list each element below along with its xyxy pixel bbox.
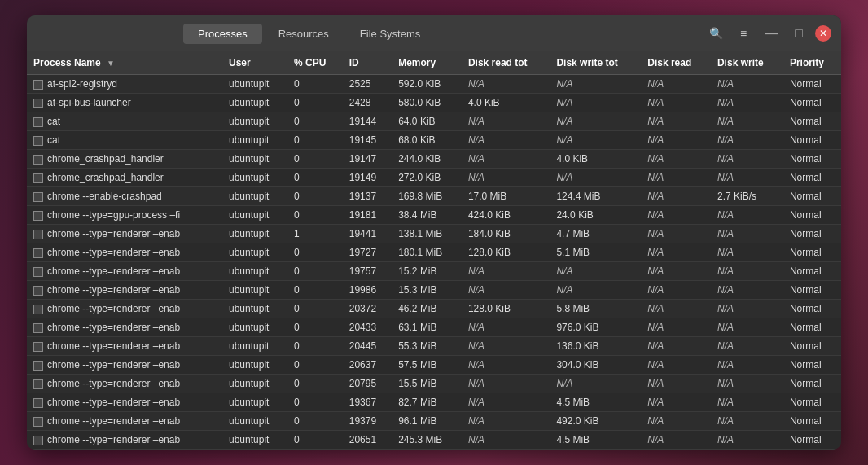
table-row[interactable]: chrome --type=renderer –enab ubuntupit 0… xyxy=(27,281,841,300)
col-header-id[interactable]: ID xyxy=(343,51,392,75)
col-header-priority[interactable]: Priority xyxy=(783,51,841,75)
cell-priority: Normal xyxy=(783,431,841,450)
process-table: Process Name ▼ User % CPU ID Memory Disk… xyxy=(27,51,841,450)
cell-disk-write-total: 4.5 MiB xyxy=(550,393,641,412)
table-row[interactable]: cat ubuntupit 0 19145 68.0 KiB N/A N/A N… xyxy=(27,131,841,150)
cell-id: 19181 xyxy=(343,206,392,225)
cell-disk-write: N/A xyxy=(711,393,783,412)
table-row[interactable]: chrome --type=renderer –enab ubuntupit 0… xyxy=(27,431,841,450)
process-checkbox[interactable] xyxy=(33,155,43,165)
table-row[interactable]: chrome --type=renderer –enab ubuntupit 0… xyxy=(27,300,841,318)
cell-disk-write-total: 24.0 KiB xyxy=(550,206,641,225)
cell-cpu: 0 xyxy=(287,300,343,318)
cell-disk-write-total: N/A xyxy=(550,262,641,281)
col-header-cpu[interactable]: % CPU xyxy=(287,51,343,75)
process-checkbox[interactable] xyxy=(33,305,43,314)
cell-memory: 245.3 MiB xyxy=(392,431,462,450)
table-row[interactable]: chrome --type=renderer –enab ubuntupit 0… xyxy=(27,393,841,412)
tab-processes[interactable]: Processes xyxy=(183,24,262,44)
process-checkbox[interactable] xyxy=(33,192,43,202)
process-checkbox[interactable] xyxy=(33,398,43,408)
table-row[interactable]: chrome --type=renderer –enab ubuntupit 0… xyxy=(27,262,841,281)
minimize-button[interactable]: — xyxy=(760,22,783,45)
cell-disk-write: N/A xyxy=(711,75,783,94)
process-checkbox[interactable] xyxy=(33,80,43,90)
col-header-disk-read-total[interactable]: Disk read tot xyxy=(462,51,550,75)
cell-memory: 592.0 KiB xyxy=(392,75,462,94)
cell-cpu: 0 xyxy=(287,131,343,150)
cell-disk-read-total: N/A xyxy=(462,431,550,450)
table-row[interactable]: chrome --type=renderer –enab ubuntupit 1… xyxy=(27,225,841,243)
process-checkbox[interactable] xyxy=(33,267,43,277)
table-row[interactable]: chrome --type=renderer –enab ubuntupit 0… xyxy=(27,243,841,262)
cell-user: ubuntupit xyxy=(222,75,287,94)
process-checkbox[interactable] xyxy=(33,211,43,221)
col-header-user[interactable]: User xyxy=(222,51,287,75)
tab-resources[interactable]: Resources xyxy=(264,24,344,44)
process-checkbox[interactable] xyxy=(33,286,43,296)
col-header-disk-read[interactable]: Disk read xyxy=(641,51,711,75)
cell-disk-write-total: N/A xyxy=(550,112,641,131)
search-icon: 🔍 xyxy=(709,27,723,40)
cell-disk-read-total: 184.0 KiB xyxy=(462,225,550,243)
col-header-disk-write-total[interactable]: Disk write tot xyxy=(550,51,641,75)
cell-name: cat xyxy=(27,112,222,131)
cell-priority: Normal xyxy=(783,412,841,431)
process-checkbox[interactable] xyxy=(33,117,43,127)
cell-disk-read: N/A xyxy=(641,262,711,281)
col-header-disk-write[interactable]: Disk write xyxy=(711,51,783,75)
process-checkbox[interactable] xyxy=(33,173,43,183)
col-header-name[interactable]: Process Name ▼ xyxy=(27,51,222,75)
process-checkbox[interactable] xyxy=(33,361,43,371)
cell-memory: 180.1 MiB xyxy=(392,243,462,262)
cell-id: 19144 xyxy=(343,112,392,131)
process-checkbox[interactable] xyxy=(33,248,43,258)
table-row[interactable]: chrome_crashpad_handler ubuntupit 0 1914… xyxy=(27,169,841,187)
table-row[interactable]: chrome --type=renderer –enab ubuntupit 0… xyxy=(27,356,841,375)
maximize-button[interactable]: □ xyxy=(787,22,810,45)
cell-name: chrome --type=renderer –enab xyxy=(27,300,222,318)
search-button[interactable]: 🔍 xyxy=(704,22,727,45)
process-checkbox[interactable] xyxy=(33,230,43,239)
process-checkbox[interactable] xyxy=(33,342,43,352)
cell-priority: Normal xyxy=(783,337,841,356)
process-checkbox[interactable] xyxy=(33,436,43,445)
cell-name: chrome --type=gpu-process –fi xyxy=(27,206,222,225)
cell-user: ubuntupit xyxy=(222,243,287,262)
table-row[interactable]: cat ubuntupit 0 19144 64.0 KiB N/A N/A N… xyxy=(27,112,841,131)
table-row[interactable]: at-spi-bus-launcher ubuntupit 0 2428 580… xyxy=(27,94,841,112)
menu-icon: ≡ xyxy=(740,27,747,40)
table-row[interactable]: chrome --type=renderer –enab ubuntupit 0… xyxy=(27,412,841,431)
tab-filesystems[interactable]: File Systems xyxy=(345,24,435,44)
cell-id: 20651 xyxy=(343,431,392,450)
close-button[interactable]: ✕ xyxy=(815,25,831,42)
cell-disk-write-total: 4.5 MiB xyxy=(550,431,641,450)
cell-id: 20445 xyxy=(343,337,392,356)
table-row[interactable]: at-spi2-registryd ubuntupit 0 2525 592.0… xyxy=(27,75,841,94)
cell-name: chrome --type=renderer –enab xyxy=(27,337,222,356)
cell-memory: 272.0 KiB xyxy=(392,169,462,187)
process-checkbox[interactable] xyxy=(33,379,43,389)
table-row[interactable]: chrome_crashpad_handler ubuntupit 0 1914… xyxy=(27,150,841,169)
table-row[interactable]: chrome --type=renderer –enab ubuntupit 0… xyxy=(27,337,841,356)
table-row[interactable]: chrome --enable-crashpad ubuntupit 0 191… xyxy=(27,187,841,206)
table-row[interactable]: chrome --type=renderer –enab ubuntupit 0… xyxy=(27,375,841,393)
table-row[interactable]: chrome --type=gpu-process –fi ubuntupit … xyxy=(27,206,841,225)
cell-name: chrome --type=renderer –enab xyxy=(27,375,222,393)
table-row[interactable]: chrome --type=renderer –enab ubuntupit 0… xyxy=(27,318,841,337)
cell-id: 20795 xyxy=(343,375,392,393)
process-checkbox[interactable] xyxy=(33,323,43,333)
process-checkbox[interactable] xyxy=(33,417,43,427)
cell-disk-read: N/A xyxy=(641,206,711,225)
process-checkbox[interactable] xyxy=(33,99,43,108)
cell-disk-read-total: 4.0 KiB xyxy=(462,94,550,112)
cell-user: ubuntupit xyxy=(222,94,287,112)
process-checkbox[interactable] xyxy=(33,136,43,146)
col-header-memory[interactable]: Memory xyxy=(392,51,462,75)
cell-id: 20372 xyxy=(343,300,392,318)
menu-button[interactable]: ≡ xyxy=(732,22,755,45)
cell-user: ubuntupit xyxy=(222,262,287,281)
cell-disk-read-total: 17.0 MiB xyxy=(462,187,550,206)
titlebar: Processes Resources File Systems 🔍 ≡ — □… xyxy=(27,15,841,51)
cell-cpu: 0 xyxy=(287,281,343,300)
